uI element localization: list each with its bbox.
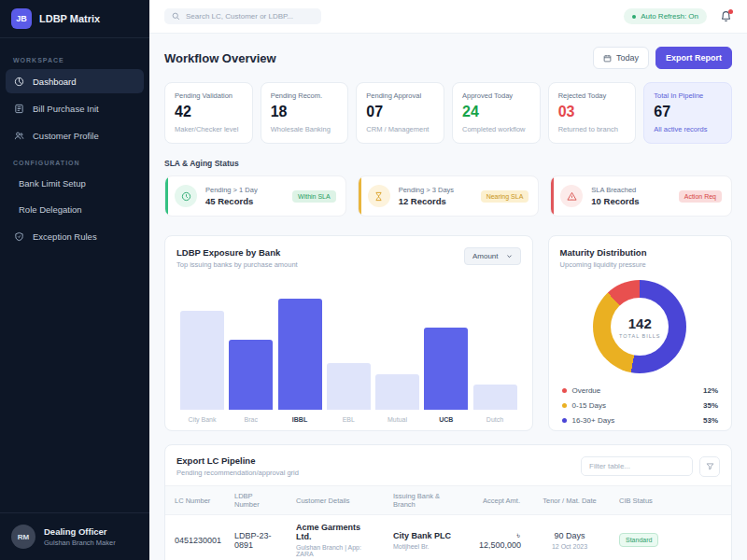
bar-chart (176, 293, 521, 410)
sla-card-breached[interactable]: SLA Breached 10 Records Action Req (550, 175, 732, 217)
user-role: Gulshan Branch Maker (44, 539, 116, 547)
stat-card-total-pipeline[interactable]: Total In Pipeline 67 All active records (643, 82, 732, 144)
main-area: Auto Refresh: On Workflow Overview Today (149, 0, 747, 560)
amount-select[interactable]: Amount (464, 247, 521, 265)
app-logo: JB LDBP Matrix (0, 0, 149, 38)
legend-item-overdue: Overdue 12% (560, 383, 720, 398)
export-label: Export Report (666, 53, 722, 63)
search-box[interactable] (164, 8, 321, 24)
sidebar-item-label: Bill Purchase Init (33, 104, 99, 114)
cell-amount: ৳ 12,500,000 (470, 515, 529, 560)
bar-ibbl[interactable] (278, 299, 322, 410)
sla-records: 12 Records (399, 196, 454, 206)
col-cib-status[interactable]: CIB Status (610, 486, 681, 515)
axis-label: IBBL (278, 416, 322, 423)
sidebar: JB LDBP Matrix WORKSPACE Dashboard Bill … (0, 0, 149, 560)
sidebar-item-role-delegation[interactable]: Role Delegation (6, 198, 144, 221)
stat-value: 07 (366, 104, 434, 120)
sidebar-item-dashboard[interactable]: Dashboard (6, 69, 144, 93)
col-accept-amt[interactable]: Accept Amt. (470, 486, 529, 515)
exposure-subtitle: Top issuing banks by purchase amount (176, 260, 298, 269)
table-row[interactable]: 0451230001 LDBP-23-0891 Acme Garments Lt… (165, 515, 732, 560)
bar-brac[interactable] (229, 340, 273, 410)
stat-label: Total In Pipeline (654, 91, 722, 100)
stat-card-pending-validation[interactable]: Pending Validation 42 Maker/Checker leve… (164, 82, 253, 144)
stat-label: Pending Validation (175, 91, 243, 100)
legend-pct: 35% (703, 401, 718, 410)
status-badge: Nearing SLA (481, 190, 529, 203)
axis-label: EBL (327, 416, 371, 423)
sidebar-item-customer-profile[interactable]: Customer Profile (6, 123, 144, 147)
cell-customer: Acme Garments Ltd. Gulshan Branch | App:… (287, 515, 384, 560)
stat-card-pending-recom[interactable]: Pending Recom. 18 Wholesale Banking (261, 82, 349, 144)
today-button[interactable]: Today (593, 47, 649, 69)
auto-refresh-toggle[interactable]: Auto Refresh: On (624, 8, 707, 24)
dashboard-icon (13, 76, 24, 87)
filter-table-input[interactable] (581, 456, 693, 476)
exposure-chart-card: LDBP Exposure by Bank Top issuing banks … (164, 235, 533, 431)
legend-dot (562, 403, 567, 408)
app-title: LDBP Matrix (39, 13, 100, 24)
stat-card-approved-today[interactable]: Approved Today 24 Completed workflow (452, 82, 541, 144)
cell-actions (681, 515, 732, 560)
sla-records: 10 Records (591, 196, 639, 206)
bar-mutual[interactable] (375, 374, 419, 410)
nav-section-configuration: CONFIGURATION (6, 150, 144, 172)
axis-label: Dutch (473, 416, 517, 423)
axis-label: Mutual (375, 416, 419, 423)
sla-title: Pending > 3 Days (399, 186, 454, 194)
legend-label: 0-15 Days (572, 401, 606, 410)
col-tenor[interactable]: Tenor / Mat. Date (529, 486, 610, 515)
mat-date: 12 Oct 2023 (539, 543, 600, 550)
sla-card-within[interactable]: Pending > 1 Day 45 Records Within SLA (164, 175, 346, 217)
col-ldbp-number[interactable]: LDBP Number (225, 486, 287, 515)
exposure-title: LDBP Exposure by Bank (176, 247, 298, 258)
bar-city-bank[interactable] (180, 311, 224, 410)
bar-ucb[interactable] (424, 328, 468, 410)
hourglass-icon (368, 185, 390, 207)
bar-ebl[interactable] (327, 363, 371, 410)
stat-card-rejected-today[interactable]: Rejected Today 03 Returned to branch (548, 82, 637, 144)
sidebar-item-label: Dashboard (33, 77, 76, 87)
stat-value: 03 (558, 104, 627, 120)
col-issuing-bank[interactable]: Issuing Bank & Branch (384, 486, 470, 515)
cib-badge: Standard (619, 533, 658, 547)
cell-ldbp-number: LDBP-23-0891 (225, 515, 287, 560)
bar-dutch[interactable] (473, 385, 517, 410)
sidebar-item-label: Customer Profile (33, 131, 99, 141)
donut-total: 142 (628, 315, 652, 331)
cell-lc-number: 0451230001 (165, 515, 225, 560)
col-lc-number[interactable]: LC Number (165, 486, 225, 515)
user-name: Dealing Officer (44, 526, 116, 537)
nav-section-workspace: WORKSPACE (6, 48, 144, 69)
legend-label: Overdue (572, 386, 601, 395)
filter-button[interactable] (699, 456, 720, 477)
col-actions (681, 486, 732, 515)
legend-dot (562, 418, 567, 423)
cell-bank: City Bank PLC Motijheel Br. (384, 515, 470, 560)
user-profile[interactable]: RM Dealing Officer Gulshan Branch Maker (0, 512, 149, 560)
maturity-donut[interactable]: 142 TOTAL BILLS (593, 280, 686, 373)
users-icon (13, 130, 24, 141)
sidebar-item-bank-limit-setup[interactable]: Bank Limit Setup (6, 172, 144, 195)
stat-sub: Wholesale Banking (271, 125, 339, 133)
stat-sub: Maker/Checker level (175, 125, 243, 133)
sla-card-nearing[interactable]: Pending > 3 Days 12 Records Nearing SLA (358, 175, 540, 217)
notifications-button[interactable] (720, 10, 732, 22)
legend-label: 16-30+ Days (572, 416, 615, 425)
maturity-subtitle: Upcoming liquidity pressure (560, 260, 720, 269)
legend-item-16-30: 16-30+ Days 53% (560, 413, 720, 427)
search-input[interactable] (186, 12, 314, 21)
clock-icon (175, 185, 197, 207)
axis-label: Brac (229, 416, 273, 423)
content: Workflow Overview Today Export Report Pe… (149, 34, 747, 560)
sidebar-item-exception-rules[interactable]: Exception Rules (6, 224, 144, 248)
stat-card-pending-approval[interactable]: Pending Approval 07 CRM / Management (356, 82, 444, 144)
sidebar-item-bill-purchase-init[interactable]: Bill Purchase Init (6, 96, 144, 120)
calendar-icon (603, 54, 612, 63)
export-report-button[interactable]: Export Report (655, 47, 732, 69)
stat-label: Pending Approval (366, 91, 434, 100)
avatar: RM (11, 525, 35, 549)
col-customer[interactable]: Customer Details (287, 486, 384, 515)
sla-cards-row: Pending > 1 Day 45 Records Within SLA Pe… (164, 175, 732, 217)
